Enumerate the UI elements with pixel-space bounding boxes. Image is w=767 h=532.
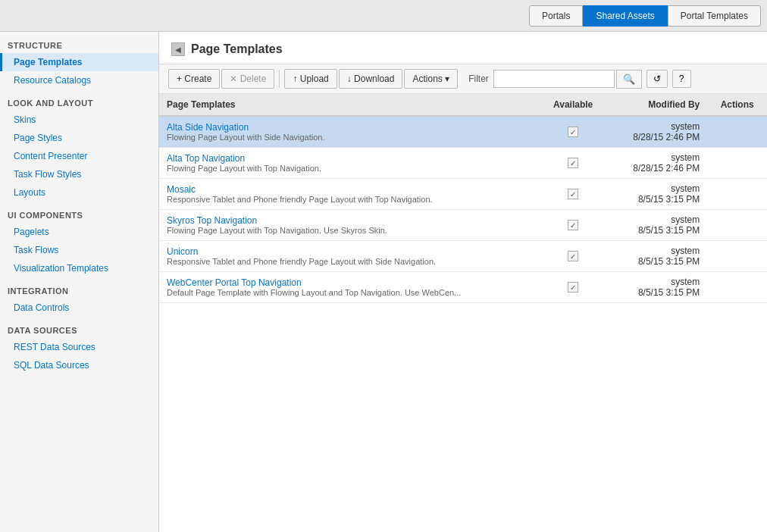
col-header-actions[interactable]: Actions xyxy=(707,94,767,116)
filter-input[interactable] xyxy=(493,70,615,88)
table-body: Alta Side NavigationFlowing Page Layout … xyxy=(159,116,767,303)
ui-components-section-title: UI Components xyxy=(0,202,158,223)
page-styles-item[interactable]: Page Styles xyxy=(0,129,158,147)
table-header-row: Page Templates Available Modified By Act… xyxy=(159,94,767,116)
modified-by-cell: system8/5/15 3:15 PM xyxy=(607,272,708,303)
integration-section-title: Integration xyxy=(0,277,158,299)
template-name-link[interactable]: Alta Top Navigation xyxy=(167,153,245,164)
col-header-page-templates[interactable]: Page Templates xyxy=(159,94,540,116)
available-checkbox-icon: ✓ xyxy=(568,127,578,137)
template-name-link[interactable]: WebCenter Portal Top Navigation xyxy=(167,277,302,288)
content-presenter-item[interactable]: Content Presenter xyxy=(0,147,158,165)
look-layout-section-title: Look and Layout xyxy=(0,89,158,111)
available-checkbox-icon: ✓ xyxy=(568,251,578,261)
task-flow-styles-item[interactable]: Task Flow Styles xyxy=(0,165,158,183)
table-row[interactable]: Alta Top NavigationFlowing Page Layout w… xyxy=(159,148,767,179)
top-nav: PortalsShared AssetsPortal Templates xyxy=(0,0,767,32)
table-row[interactable]: WebCenter Portal Top NavigationDefault P… xyxy=(159,272,767,303)
available-checkbox-icon: ✓ xyxy=(568,282,578,293)
layouts-item[interactable]: Layouts xyxy=(0,183,158,202)
filter-label: Filter xyxy=(468,74,489,84)
table-row[interactable]: Alta Side NavigationFlowing Page Layout … xyxy=(159,116,767,148)
task-flows-item[interactable]: Task Flows xyxy=(0,241,158,259)
pagelets-item[interactable]: Pagelets xyxy=(0,223,158,241)
row-actions-cell xyxy=(707,272,767,303)
help-button[interactable]: ? xyxy=(672,70,691,88)
upload-button[interactable]: ↑ Upload xyxy=(284,69,337,89)
download-button[interactable]: ↓ Download xyxy=(339,69,403,89)
shared-assets-btn[interactable]: Shared Assets xyxy=(583,5,667,27)
template-name-link[interactable]: Skyros Top Navigation xyxy=(167,215,257,226)
row-actions-cell xyxy=(707,210,767,241)
template-description: Responsive Tablet and Phone friendly Pag… xyxy=(167,195,532,204)
toolbar: + Create ✕ Delete ↑ Upload ↓ Download Ac… xyxy=(159,64,767,94)
template-name-link[interactable]: Alta Side Navigation xyxy=(167,122,249,133)
main-layout: StructurePage TemplatesResource Catalogs… xyxy=(0,32,767,532)
page-templates-item[interactable]: Page Templates xyxy=(0,53,158,71)
create-button[interactable]: + Create xyxy=(168,69,220,89)
modified-by-cell: system8/28/15 2:46 PM xyxy=(607,116,708,148)
available-checkbox-icon: ✓ xyxy=(568,158,578,168)
available-cell: ✓ xyxy=(540,116,607,148)
page-title: Page Templates xyxy=(191,42,283,56)
available-cell: ✓ xyxy=(540,210,607,241)
col-header-available[interactable]: Available xyxy=(540,94,607,116)
table-row[interactable]: UnicornResponsive Tablet and Phone frien… xyxy=(159,241,767,272)
sidebar: StructurePage TemplatesResource Catalogs… xyxy=(0,32,159,532)
row-actions-cell xyxy=(707,148,767,179)
template-description: Default Page Template with Flowing Layou… xyxy=(167,288,532,297)
actions-button[interactable]: Actions ▾ xyxy=(404,69,458,89)
data-sources-section-title: Data Sources xyxy=(0,317,158,338)
toolbar-separator-1 xyxy=(279,70,280,88)
row-actions-cell xyxy=(707,116,767,148)
portals-btn[interactable]: Portals xyxy=(529,5,583,27)
collapse-button[interactable]: ◀ xyxy=(171,42,185,56)
search-button[interactable]: 🔍 xyxy=(616,70,642,89)
template-description: Flowing Page Layout with Side Navigation… xyxy=(167,133,532,142)
available-cell: ✓ xyxy=(540,179,607,210)
top-nav-buttons: PortalsShared AssetsPortal Templates xyxy=(529,5,761,27)
content-area: ◀ Page Templates + Create ✕ Delete ↑ Upl… xyxy=(159,32,767,532)
rest-data-sources-item[interactable]: REST Data Sources xyxy=(0,338,158,356)
available-cell: ✓ xyxy=(540,148,607,179)
visualization-templates-item[interactable]: Visualization Templates xyxy=(0,259,158,277)
modified-by-cell: system8/5/15 3:15 PM xyxy=(607,179,708,210)
modified-by-cell: system8/5/15 3:15 PM xyxy=(607,210,708,241)
structure-section-title: Structure xyxy=(0,32,158,53)
col-header-modified-by[interactable]: Modified By xyxy=(607,94,708,116)
available-checkbox-icon: ✓ xyxy=(568,189,578,199)
portal-templates-btn[interactable]: Portal Templates xyxy=(668,5,761,27)
table-row[interactable]: MosaicResponsive Tablet and Phone friend… xyxy=(159,179,767,210)
available-checkbox-icon: ✓ xyxy=(568,220,578,230)
template-description: Flowing Page Layout with Top Navigation.… xyxy=(167,226,532,235)
delete-button[interactable]: ✕ Delete xyxy=(221,69,274,89)
data-controls-item[interactable]: Data Controls xyxy=(0,299,158,317)
row-actions-cell xyxy=(707,241,767,272)
skins-item[interactable]: Skins xyxy=(0,111,158,129)
resource-catalogs-item[interactable]: Resource Catalogs xyxy=(0,71,158,89)
page-templates-table: Page Templates Available Modified By Act… xyxy=(159,94,767,303)
table-row[interactable]: Skyros Top NavigationFlowing Page Layout… xyxy=(159,210,767,241)
template-name-link[interactable]: Mosaic xyxy=(167,184,196,195)
available-cell: ✓ xyxy=(540,241,607,272)
content-header: ◀ Page Templates xyxy=(159,32,767,64)
sidebar-content: StructurePage TemplatesResource Catalogs… xyxy=(0,32,158,374)
row-actions-cell xyxy=(707,179,767,210)
modified-by-cell: system8/5/15 3:15 PM xyxy=(607,241,708,272)
template-description: Responsive Tablet and Phone friendly Pag… xyxy=(167,257,532,266)
template-description: Flowing Page Layout with Top Navigation. xyxy=(167,164,532,173)
modified-by-cell: system8/28/15 2:46 PM xyxy=(607,148,708,179)
refresh-button[interactable]: ↺ xyxy=(646,70,668,88)
sql-data-sources-item[interactable]: SQL Data Sources xyxy=(0,356,158,374)
available-cell: ✓ xyxy=(540,272,607,303)
template-name-link[interactable]: Unicorn xyxy=(167,246,198,257)
